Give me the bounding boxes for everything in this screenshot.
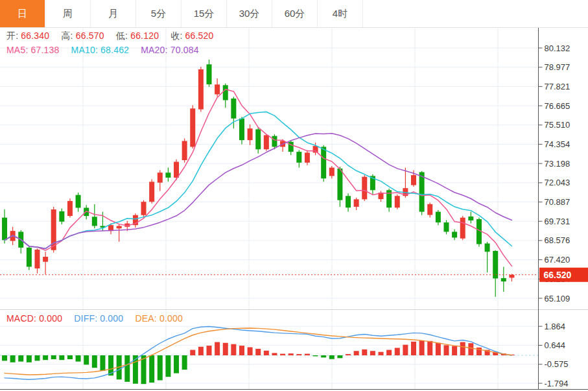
candle-body <box>27 248 32 267</box>
macd-bar <box>379 352 384 355</box>
quote-bar: 开:66.340 高:66.570 低:66.120 收:66.520 <box>6 30 217 42</box>
macd-bar <box>443 345 449 355</box>
axis-label: 70.887 <box>545 197 570 207</box>
macd-bar <box>427 341 432 355</box>
dea-label: DEA: <box>135 313 156 324</box>
tab-week[interactable]: 周 <box>45 0 91 27</box>
tab-day[interactable]: 日 <box>0 0 45 27</box>
candle-body <box>149 182 154 202</box>
candle-body <box>452 231 457 237</box>
ma-legend: MA5:67.138 MA10:68.462 MA20:70.084 <box>6 45 202 55</box>
axis-label: 80.132 <box>545 43 570 53</box>
axis-label: 0.644 <box>545 340 566 350</box>
macd-bar <box>124 355 130 382</box>
close-label: 收: <box>171 30 182 41</box>
macd-bar <box>51 355 56 359</box>
macd-bar <box>2 355 7 361</box>
axis-label: 1.864 <box>545 322 566 331</box>
axis-label: 72.043 <box>545 178 570 187</box>
tab-4hour[interactable]: 4时 <box>318 0 363 27</box>
macd-label: MACD: <box>6 313 36 324</box>
macd-bar <box>288 353 294 355</box>
axis-label: -0.575 <box>545 359 569 369</box>
macd-bar <box>329 355 335 359</box>
candle-body <box>117 226 122 228</box>
macd-bar <box>100 355 105 371</box>
candle-body <box>329 168 335 176</box>
macd-bar <box>255 349 261 355</box>
tab-30min[interactable]: 30分 <box>227 0 272 27</box>
macd-bar <box>239 346 244 355</box>
axis-label: 74.354 <box>545 139 570 149</box>
macd-bar <box>67 355 73 359</box>
price-tag-label: 66.520 <box>544 270 572 280</box>
ma5-line <box>5 89 512 267</box>
open-value: 66.340 <box>21 30 49 41</box>
macd-bar <box>468 343 473 355</box>
candle-body <box>158 172 163 182</box>
candle-body <box>305 152 310 162</box>
ma10-label: MA10: <box>71 45 98 55</box>
tab-15min[interactable]: 15分 <box>182 0 227 27</box>
macd-bar <box>215 342 220 355</box>
low-value: 66.120 <box>130 30 159 41</box>
candle-body <box>174 162 179 178</box>
macd-bar <box>386 350 392 355</box>
macd-bar <box>280 354 285 355</box>
diff-label: DIFF: <box>74 313 97 324</box>
kline-app: { "tabs": { "items": [ {"label": "日", "a… <box>0 0 588 391</box>
tab-5min[interactable]: 5分 <box>136 0 182 27</box>
axis-label: 67.420 <box>545 255 570 265</box>
open-label: 开: <box>6 30 18 41</box>
candle-body <box>165 172 171 178</box>
dea-value: 0.000 <box>159 313 183 324</box>
macd-bar <box>272 353 277 355</box>
macd-bar <box>158 355 163 380</box>
candle-body <box>2 218 7 241</box>
candle-body <box>419 172 425 211</box>
macd-bar <box>59 355 64 360</box>
macd-bar <box>149 355 154 383</box>
macd-bar <box>305 354 310 355</box>
macd-bar <box>190 350 195 355</box>
macd-bar <box>34 355 40 361</box>
macd-bar <box>370 351 375 355</box>
macd-bar <box>436 343 441 355</box>
candle-body <box>272 136 277 147</box>
macd-legend: MACD:0.000 DIFF:0.000 DEA:0.000 <box>6 313 185 324</box>
ma20-label: MA20: <box>141 45 167 55</box>
candle-body <box>468 217 473 220</box>
ma5-value: 67.138 <box>30 45 59 55</box>
ma20-value: 70.084 <box>171 45 199 55</box>
axis-label: 69.731 <box>545 217 570 226</box>
macd-bar <box>182 355 187 370</box>
tab-60min[interactable]: 60分 <box>272 0 318 27</box>
axis-label: 73.198 <box>545 159 570 169</box>
chart-canvas[interactable]: 80.13278.97777.82176.66575.51074.35473.1… <box>0 0 588 391</box>
tab-month[interactable]: 月 <box>91 0 136 27</box>
candle-body <box>443 222 449 231</box>
axis-label: 65.109 <box>545 294 570 303</box>
candle-body <box>207 64 212 84</box>
candle-body <box>231 99 236 119</box>
macd-bar <box>84 355 89 364</box>
axis-label: 76.665 <box>545 101 570 111</box>
macd-bar <box>419 340 425 355</box>
macd-bar <box>43 355 48 360</box>
candle-body <box>296 152 301 163</box>
candle-body <box>34 250 40 268</box>
macd-bar <box>321 355 326 357</box>
macd-value: 0.000 <box>39 313 62 324</box>
candle-body <box>313 146 318 152</box>
candle-body <box>354 199 359 207</box>
macd-bar <box>337 355 342 358</box>
macd-bar <box>76 355 81 362</box>
high-label: 高: <box>61 30 73 41</box>
macd-bar <box>207 346 212 355</box>
candle-body <box>362 177 367 200</box>
ma5-label: MA5: <box>6 45 28 55</box>
macd-bar <box>296 354 301 355</box>
ma10-value: 68.462 <box>100 45 129 55</box>
axis-label: 68.576 <box>545 235 570 245</box>
macd-bar <box>313 355 318 356</box>
